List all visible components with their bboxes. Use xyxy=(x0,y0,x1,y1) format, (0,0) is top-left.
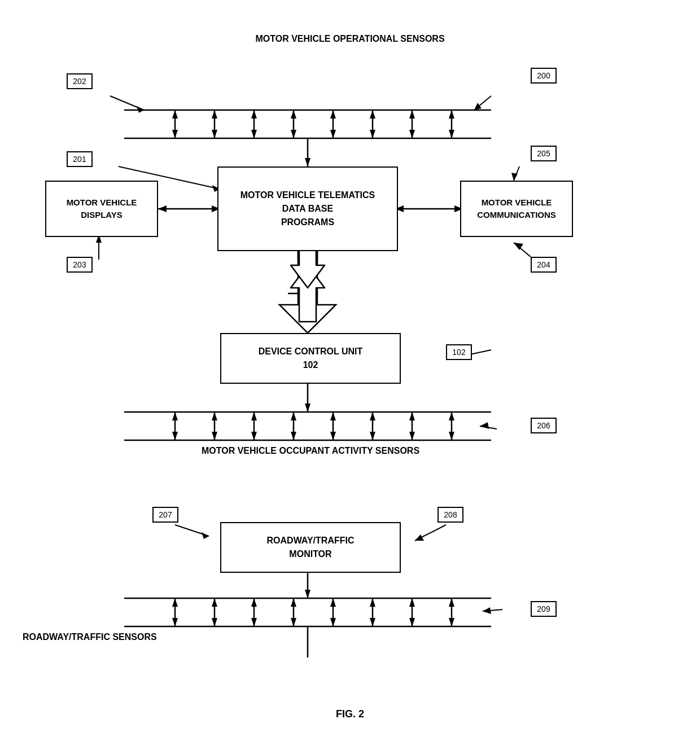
svg-line-44 xyxy=(514,243,531,257)
communications-box: MOTOR VEHICLECOMMUNICATIONS xyxy=(460,181,573,237)
svg-line-30 xyxy=(474,96,491,110)
svg-line-81 xyxy=(175,525,209,536)
ref-102: 102 xyxy=(446,344,472,360)
ref-200: 200 xyxy=(531,68,557,84)
ref-201: 201 xyxy=(67,151,93,167)
svg-marker-64 xyxy=(291,432,296,440)
svg-marker-34 xyxy=(158,205,167,212)
ref-205: 205 xyxy=(531,146,557,161)
svg-marker-78 xyxy=(305,404,310,412)
svg-marker-91 xyxy=(172,618,178,626)
svg-marker-13 xyxy=(291,130,296,138)
svg-marker-112 xyxy=(449,618,454,626)
svg-marker-7 xyxy=(212,130,217,138)
svg-marker-27 xyxy=(305,158,310,166)
ref-206: 206 xyxy=(531,418,557,433)
svg-marker-73 xyxy=(409,432,415,440)
svg-marker-15 xyxy=(330,110,336,119)
svg-marker-99 xyxy=(291,598,296,607)
ref-203: 203 xyxy=(67,257,93,273)
svg-marker-80 xyxy=(480,422,489,429)
svg-marker-55 xyxy=(172,432,178,440)
svg-line-28 xyxy=(110,96,144,110)
svg-marker-3 xyxy=(172,110,178,119)
svg-marker-12 xyxy=(291,110,296,119)
ref-202: 202 xyxy=(67,73,93,89)
svg-marker-106 xyxy=(370,618,375,626)
svg-marker-84 xyxy=(415,534,424,541)
ref-204: 204 xyxy=(531,257,557,273)
svg-marker-16 xyxy=(330,130,336,138)
telematics-box: MOTOR VEHICLE TELEMATICSDATA BASEPROGRAM… xyxy=(217,166,398,251)
svg-marker-100 xyxy=(291,618,296,626)
svg-marker-29 xyxy=(137,106,144,113)
svg-marker-22 xyxy=(409,130,415,138)
svg-marker-70 xyxy=(370,432,375,440)
svg-marker-94 xyxy=(212,618,217,626)
svg-marker-58 xyxy=(212,432,217,440)
figure-caption: FIG. 2 xyxy=(0,708,700,720)
svg-marker-21 xyxy=(409,110,415,119)
dcu-box: DEVICE CONTROL UNIT102 xyxy=(220,333,401,384)
svg-marker-9 xyxy=(251,110,257,119)
svg-marker-60 xyxy=(251,412,257,420)
ref-209: 209 xyxy=(531,601,557,617)
svg-marker-82 xyxy=(202,532,209,539)
svg-marker-69 xyxy=(370,412,375,420)
svg-marker-43 xyxy=(511,173,518,181)
svg-marker-76 xyxy=(449,432,454,440)
svg-marker-103 xyxy=(330,618,336,626)
svg-marker-54 xyxy=(172,412,178,420)
svg-marker-6 xyxy=(212,110,217,119)
svg-marker-108 xyxy=(409,598,415,607)
svg-marker-45 xyxy=(514,243,523,250)
svg-marker-75 xyxy=(449,412,454,420)
occupant-sensors-label: MOTOR VEHICLE OCCUPANT ACTIVITY SENSORS xyxy=(141,446,480,456)
roadway-monitor-box: ROADWAY/TRAFFICMONITOR xyxy=(220,522,401,573)
ref-208: 208 xyxy=(438,507,463,523)
svg-marker-114 xyxy=(483,607,491,614)
svg-marker-109 xyxy=(409,618,415,626)
svg-marker-24 xyxy=(449,110,454,119)
svg-marker-86 xyxy=(305,590,310,598)
svg-marker-57 xyxy=(212,412,217,420)
svg-line-42 xyxy=(514,166,519,181)
svg-marker-96 xyxy=(251,598,257,607)
svg-marker-18 xyxy=(370,110,375,119)
svg-marker-111 xyxy=(449,598,454,607)
svg-marker-66 xyxy=(330,412,336,420)
svg-marker-72 xyxy=(409,412,415,420)
svg-marker-31 xyxy=(474,103,482,110)
operational-sensors-label: MOTOR VEHICLE OPERATIONAL SENSORS xyxy=(141,34,559,44)
svg-marker-67 xyxy=(330,432,336,440)
svg-marker-102 xyxy=(330,598,336,607)
ref-207: 207 xyxy=(152,507,178,523)
roadway-sensors-label: ROADWAY/TRAFFIC SENSORS xyxy=(23,632,203,642)
svg-marker-90 xyxy=(172,598,178,607)
svg-line-113 xyxy=(483,610,502,611)
svg-marker-97 xyxy=(251,618,257,626)
svg-marker-63 xyxy=(291,412,296,420)
svg-marker-25 xyxy=(449,130,454,138)
svg-line-83 xyxy=(415,525,446,541)
svg-marker-4 xyxy=(172,130,178,138)
svg-marker-10 xyxy=(251,130,257,138)
svg-marker-105 xyxy=(370,598,375,607)
diagram-container: MOTOR VEHICLE OPERATIONAL SENSORS 200 20… xyxy=(0,0,700,754)
svg-line-79 xyxy=(480,426,497,429)
svg-marker-93 xyxy=(212,598,217,607)
displays-box: MOTOR VEHICLEDISPLAYS xyxy=(45,181,158,237)
svg-marker-61 xyxy=(251,432,257,440)
svg-marker-19 xyxy=(370,130,375,138)
